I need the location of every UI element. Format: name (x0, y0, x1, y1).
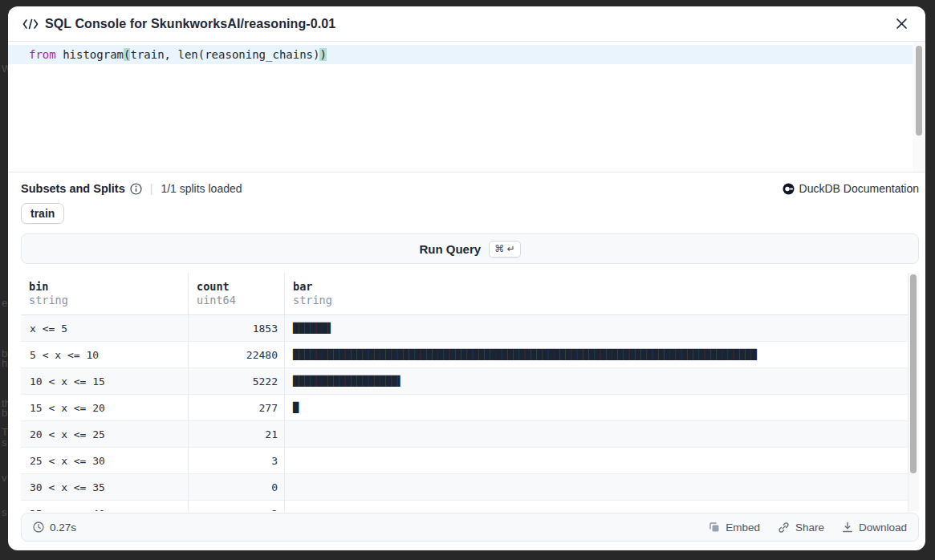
histogram-bar: ██████▌ (293, 323, 334, 334)
split-button-label: train (30, 207, 55, 220)
table-row: x <= 51853██████▌ (21, 315, 908, 342)
cell-count: 0 (189, 474, 285, 500)
share-label: Share (795, 521, 824, 534)
cell-count: 5222 (189, 368, 285, 394)
editor-scrollbar-thumb[interactable] (916, 46, 922, 136)
keyboard-shortcut-badge: ⌘ ↵ (489, 241, 520, 258)
cell-bin: 30 < x <= 35 (21, 474, 189, 500)
cell-bar: ██████▌ (285, 315, 908, 341)
cell-bar (285, 421, 908, 447)
sql-function: histogram (56, 48, 124, 61)
column-name: bin (29, 280, 180, 293)
cell-bin: 25 < x <= 30 (21, 448, 189, 473)
modal-title: SQL Console for SkunkworksAI/reasoning-0… (45, 17, 335, 31)
results-table-scroll-area: bin string count uint64 bar string x <= … (21, 273, 908, 511)
cell-bin: x <= 5 (21, 315, 189, 341)
background-text-fragment: b (2, 407, 7, 419)
download-button[interactable]: Download (842, 521, 907, 534)
table-row: 20 < x <= 2521 (21, 421, 908, 448)
sql-open-bracket: ( (124, 48, 130, 61)
embed-button[interactable]: Embed (709, 521, 760, 534)
table-body: x <= 51853██████▌5 < x <= 1022480███████… (21, 315, 908, 511)
cell-bar: ████████████████████████████████████████… (285, 342, 908, 367)
column-header-bar: bar string (285, 273, 908, 314)
column-header-bin: bin string (21, 273, 189, 314)
cell-bin: 5 < x <= 10 (21, 342, 189, 367)
table-scrollbar-thumb[interactable] (910, 274, 917, 473)
sql-keyword: from (29, 48, 56, 61)
background-text-fragment: h (2, 357, 7, 369)
cell-count: 277 (189, 395, 285, 420)
footer-actions: Embed Share Download (709, 521, 907, 534)
background-text-fragment: s (2, 436, 7, 448)
duckdb-logo-icon (783, 183, 795, 195)
table-row: 25 < x <= 303 (21, 448, 908, 474)
background-text-fragment: s (2, 506, 7, 518)
cell-count: 3 (189, 448, 285, 473)
histogram-bar: ████████████████████████████████████████… (293, 350, 757, 360)
duckdb-documentation-link[interactable]: DuckDB Documentation (783, 182, 919, 195)
cell-bar: ██████████████████▌ (285, 368, 908, 394)
table-header-row: bin string count uint64 bar string (21, 273, 908, 315)
table-row: 35 < x <= 402 (21, 501, 908, 511)
embed-label: Embed (726, 521, 760, 534)
background-text-fragment: e (2, 297, 7, 309)
cell-count: 1853 (189, 315, 285, 341)
query-elapsed-time: 0.27s (33, 521, 76, 534)
cell-bin: 35 < x <= 40 (21, 501, 189, 511)
divider: | (150, 182, 153, 195)
table-row: 10 < x <= 155222██████████████████▌ (21, 368, 908, 395)
share-button[interactable]: Share (778, 521, 824, 534)
download-label: Download (859, 521, 907, 534)
elapsed-label: 0.27s (50, 521, 76, 534)
run-query-button[interactable]: Run Query ⌘ ↵ (21, 233, 919, 264)
sql-args: train, len(reasoning_chains) (130, 48, 319, 61)
embed-icon (709, 521, 720, 533)
sql-editor[interactable]: from histogram(train, len(reasoning_chai… (8, 42, 925, 172)
column-type: string (293, 294, 900, 306)
column-type: uint64 (197, 294, 276, 306)
code-icon (22, 18, 39, 30)
cell-bin: 10 < x <= 15 (21, 368, 189, 394)
table-row: 15 < x <= 20277█ (21, 395, 908, 421)
table-row: 5 < x <= 1022480████████████████████████… (21, 342, 908, 368)
histogram-bar: ██████████████████▌ (293, 376, 403, 387)
column-header-count: count uint64 (189, 273, 285, 314)
split-button-train[interactable]: train (21, 203, 64, 224)
results-footer: 0.27s Embed Share (21, 513, 919, 542)
cell-bar (285, 448, 908, 473)
cell-bin: 20 < x <= 25 (21, 421, 189, 447)
sql-editor-active-line[interactable]: from histogram(train, len(reasoning_chai… (8, 45, 913, 64)
histogram-bar: █ (293, 403, 299, 413)
subsets-row: Subsets and Splits | 1/1 splits loaded D… (21, 180, 919, 197)
cell-bar (285, 501, 908, 511)
table-scrollbar[interactable] (908, 273, 919, 511)
results-table: bin string count uint64 bar string x <= … (21, 273, 919, 511)
cell-bin: 15 < x <= 20 (21, 395, 189, 420)
column-name: count (197, 280, 276, 293)
run-query-label: Run Query (419, 242, 481, 256)
page-overlay: { "header": { "title": "SQL Console for … (0, 0, 935, 560)
close-icon[interactable] (892, 14, 911, 33)
table-row: 30 < x <= 350 (21, 474, 908, 501)
cell-count: 21 (189, 421, 285, 447)
cell-bar: █ (285, 395, 908, 420)
cell-count: 22480 (189, 342, 285, 367)
column-name: bar (293, 280, 900, 293)
clock-icon (33, 521, 44, 533)
info-icon[interactable] (130, 183, 142, 195)
cell-bar (285, 474, 908, 500)
column-type: string (29, 294, 180, 306)
subsets-title: Subsets and Splits (21, 182, 125, 195)
sql-console-modal: SQL Console for SkunkworksAI/reasoning-0… (8, 6, 925, 550)
background-text-fragment: v (2, 472, 7, 484)
cell-count: 2 (189, 501, 285, 511)
share-link-icon (778, 521, 790, 534)
splits-loaded-status: 1/1 splits loaded (161, 182, 242, 195)
modal-header: SQL Console for SkunkworksAI/reasoning-0… (8, 6, 925, 42)
editor-scrollbar[interactable] (913, 42, 925, 172)
download-icon (842, 521, 853, 533)
sql-close-bracket: ) (319, 48, 326, 61)
duckdb-link-label: DuckDB Documentation (799, 182, 919, 195)
